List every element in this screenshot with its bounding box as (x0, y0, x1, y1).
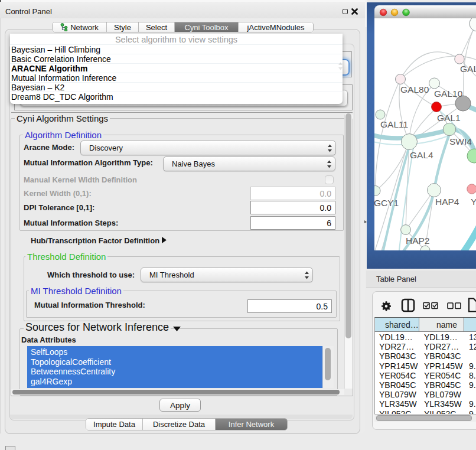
svg-text:GAL80: GAL80 (400, 84, 429, 94)
svg-text:GAL10: GAL10 (434, 89, 463, 99)
svg-text:GAL1: GAL1 (437, 113, 461, 123)
svg-text:GAL11: GAL11 (380, 119, 408, 129)
svg-text:Y: Y (471, 197, 476, 207)
svg-text:GAL4: GAL4 (410, 150, 433, 160)
svg-text:HAP2: HAP2 (406, 236, 430, 246)
svg-text:GCY1: GCY1 (374, 198, 399, 208)
svg-text:SWI4: SWI4 (449, 136, 472, 146)
svg-text:HAP4: HAP4 (435, 197, 459, 207)
svg-text:GAL2: GAL2 (460, 64, 476, 74)
